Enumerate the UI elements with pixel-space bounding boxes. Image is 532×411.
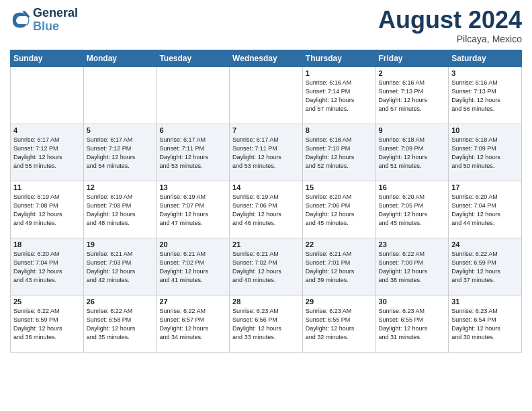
- day-number: 24: [451, 240, 519, 248]
- calendar-cell: 3Sunrise: 6:16 AM Sunset: 7:13 PM Daylig…: [449, 66, 522, 124]
- calendar-cell: 14Sunrise: 6:19 AM Sunset: 7:06 PM Dayli…: [230, 181, 303, 238]
- calendar-cell: 13Sunrise: 6:19 AM Sunset: 7:07 PM Dayli…: [157, 181, 230, 238]
- calendar-cell: 29Sunrise: 6:23 AM Sunset: 6:55 PM Dayli…: [302, 295, 375, 352]
- day-info: Sunrise: 6:23 AM Sunset: 6:54 PM Dayligh…: [451, 307, 519, 342]
- calendar-cell: 4Sunrise: 6:17 AM Sunset: 7:12 PM Daylig…: [11, 124, 84, 181]
- day-number: 6: [159, 126, 226, 134]
- day-info: Sunrise: 6:20 AM Sunset: 7:05 PM Dayligh…: [379, 193, 446, 228]
- day-number: 16: [379, 183, 446, 191]
- day-info: Sunrise: 6:22 AM Sunset: 6:58 PM Dayligh…: [87, 307, 154, 342]
- day-info: Sunrise: 6:22 AM Sunset: 7:00 PM Dayligh…: [379, 250, 446, 285]
- logo-icon: [10, 10, 30, 30]
- day-number: 30: [379, 298, 446, 306]
- calendar-cell: 5Sunrise: 6:17 AM Sunset: 7:12 PM Daylig…: [83, 124, 157, 181]
- day-info: Sunrise: 6:17 AM Sunset: 7:11 PM Dayligh…: [159, 136, 226, 171]
- day-info: Sunrise: 6:20 AM Sunset: 7:06 PM Dayligh…: [306, 193, 373, 228]
- calendar-cell: [11, 66, 84, 124]
- day-number: 12: [87, 183, 154, 191]
- day-info: Sunrise: 6:21 AM Sunset: 7:02 PM Dayligh…: [232, 250, 300, 285]
- day-number: 29: [306, 298, 373, 306]
- day-number: 17: [451, 183, 519, 191]
- day-header-friday: Friday: [375, 50, 449, 66]
- day-info: Sunrise: 6:18 AM Sunset: 7:09 PM Dayligh…: [379, 136, 446, 171]
- day-number: 4: [13, 126, 81, 134]
- day-number: 23: [379, 240, 446, 248]
- calendar-cell: 28Sunrise: 6:23 AM Sunset: 6:56 PM Dayli…: [230, 295, 303, 352]
- calendar-cell: 6Sunrise: 6:17 AM Sunset: 7:11 PM Daylig…: [157, 124, 230, 181]
- calendar-cell: 7Sunrise: 6:17 AM Sunset: 7:11 PM Daylig…: [230, 124, 303, 181]
- day-number: 15: [306, 183, 373, 191]
- calendar-cell: 12Sunrise: 6:19 AM Sunset: 7:08 PM Dayli…: [83, 181, 157, 238]
- day-number: 26: [87, 298, 154, 306]
- calendar-table: SundayMondayTuesdayWednesdayThursdayFrid…: [10, 50, 522, 353]
- week-row-3: 11Sunrise: 6:19 AM Sunset: 7:08 PM Dayli…: [11, 181, 522, 238]
- calendar-cell: 26Sunrise: 6:22 AM Sunset: 6:58 PM Dayli…: [83, 295, 157, 352]
- day-number: 1: [306, 69, 373, 77]
- calendar-cell: 9Sunrise: 6:18 AM Sunset: 7:09 PM Daylig…: [375, 124, 449, 181]
- day-info: Sunrise: 6:17 AM Sunset: 7:12 PM Dayligh…: [13, 136, 81, 171]
- week-row-4: 18Sunrise: 6:20 AM Sunset: 7:04 PM Dayli…: [11, 238, 522, 295]
- day-info: Sunrise: 6:18 AM Sunset: 7:09 PM Dayligh…: [451, 136, 519, 171]
- day-header-sunday: Sunday: [11, 50, 84, 66]
- day-info: Sunrise: 6:19 AM Sunset: 7:07 PM Dayligh…: [159, 193, 226, 228]
- logo-text: General Blue: [33, 7, 78, 34]
- day-number: 9: [379, 126, 446, 134]
- calendar-cell: 23Sunrise: 6:22 AM Sunset: 7:00 PM Dayli…: [375, 238, 449, 295]
- logo: General Blue: [10, 7, 78, 34]
- day-info: Sunrise: 6:22 AM Sunset: 6:59 PM Dayligh…: [13, 307, 81, 342]
- day-info: Sunrise: 6:19 AM Sunset: 7:06 PM Dayligh…: [232, 193, 300, 228]
- day-header-thursday: Thursday: [302, 50, 375, 66]
- calendar-cell: 1Sunrise: 6:16 AM Sunset: 7:14 PM Daylig…: [302, 66, 375, 124]
- day-info: Sunrise: 6:16 AM Sunset: 7:13 PM Dayligh…: [379, 79, 446, 113]
- day-info: Sunrise: 6:23 AM Sunset: 6:55 PM Dayligh…: [379, 307, 446, 342]
- calendar-cell: 8Sunrise: 6:18 AM Sunset: 7:10 PM Daylig…: [302, 124, 375, 181]
- calendar-cell: 16Sunrise: 6:20 AM Sunset: 7:05 PM Dayli…: [375, 181, 449, 238]
- day-number: 5: [87, 126, 154, 134]
- calendar-cell: 27Sunrise: 6:22 AM Sunset: 6:57 PM Dayli…: [157, 295, 230, 352]
- day-info: Sunrise: 6:23 AM Sunset: 6:56 PM Dayligh…: [232, 307, 300, 342]
- day-number: 27: [159, 298, 226, 306]
- day-number: 13: [159, 183, 226, 191]
- calendar-cell: 19Sunrise: 6:21 AM Sunset: 7:03 PM Dayli…: [83, 238, 157, 295]
- page-header: General Blue August 2024 Pilcaya, Mexico: [10, 7, 522, 44]
- day-number: 8: [306, 126, 373, 134]
- day-number: 2: [379, 69, 446, 77]
- day-number: 7: [232, 126, 300, 134]
- day-number: 25: [13, 298, 81, 306]
- location: Pilcaya, Mexico: [378, 34, 522, 44]
- day-info: Sunrise: 6:17 AM Sunset: 7:12 PM Dayligh…: [87, 136, 154, 171]
- calendar-cell: [83, 66, 157, 124]
- calendar-cell: 22Sunrise: 6:21 AM Sunset: 7:01 PM Dayli…: [302, 238, 375, 295]
- week-row-2: 4Sunrise: 6:17 AM Sunset: 7:12 PM Daylig…: [11, 124, 522, 181]
- day-header-wednesday: Wednesday: [230, 50, 303, 66]
- calendar-cell: 25Sunrise: 6:22 AM Sunset: 6:59 PM Dayli…: [11, 295, 84, 352]
- week-row-5: 25Sunrise: 6:22 AM Sunset: 6:59 PM Dayli…: [11, 295, 522, 352]
- calendar-cell: 10Sunrise: 6:18 AM Sunset: 7:09 PM Dayli…: [449, 124, 522, 181]
- day-info: Sunrise: 6:21 AM Sunset: 7:01 PM Dayligh…: [306, 250, 373, 285]
- day-header-tuesday: Tuesday: [157, 50, 230, 66]
- calendar-cell: [157, 66, 230, 124]
- day-info: Sunrise: 6:20 AM Sunset: 7:04 PM Dayligh…: [451, 193, 519, 228]
- day-number: 21: [232, 240, 300, 248]
- calendar-cell: 15Sunrise: 6:20 AM Sunset: 7:06 PM Dayli…: [302, 181, 375, 238]
- day-info: Sunrise: 6:16 AM Sunset: 7:13 PM Dayligh…: [451, 79, 519, 113]
- day-number: 28: [232, 298, 300, 306]
- day-info: Sunrise: 6:21 AM Sunset: 7:03 PM Dayligh…: [87, 250, 154, 285]
- calendar-cell: 11Sunrise: 6:19 AM Sunset: 7:08 PM Dayli…: [11, 181, 84, 238]
- calendar-cell: 17Sunrise: 6:20 AM Sunset: 7:04 PM Dayli…: [449, 181, 522, 238]
- calendar-cell: 2Sunrise: 6:16 AM Sunset: 7:13 PM Daylig…: [375, 66, 449, 124]
- day-number: 18: [13, 240, 81, 248]
- calendar-cell: 31Sunrise: 6:23 AM Sunset: 6:54 PM Dayli…: [449, 295, 522, 352]
- day-info: Sunrise: 6:19 AM Sunset: 7:08 PM Dayligh…: [13, 193, 81, 228]
- week-row-1: 1Sunrise: 6:16 AM Sunset: 7:14 PM Daylig…: [11, 66, 522, 124]
- calendar-cell: 21Sunrise: 6:21 AM Sunset: 7:02 PM Dayli…: [230, 238, 303, 295]
- day-header-monday: Monday: [83, 50, 157, 66]
- day-info: Sunrise: 6:17 AM Sunset: 7:11 PM Dayligh…: [232, 136, 300, 171]
- calendar-cell: [230, 66, 303, 124]
- day-header-saturday: Saturday: [449, 50, 522, 66]
- day-number: 10: [451, 126, 519, 134]
- day-number: 31: [451, 298, 519, 306]
- day-number: 14: [232, 183, 300, 191]
- day-number: 22: [306, 240, 373, 248]
- day-info: Sunrise: 6:22 AM Sunset: 6:57 PM Dayligh…: [159, 307, 226, 342]
